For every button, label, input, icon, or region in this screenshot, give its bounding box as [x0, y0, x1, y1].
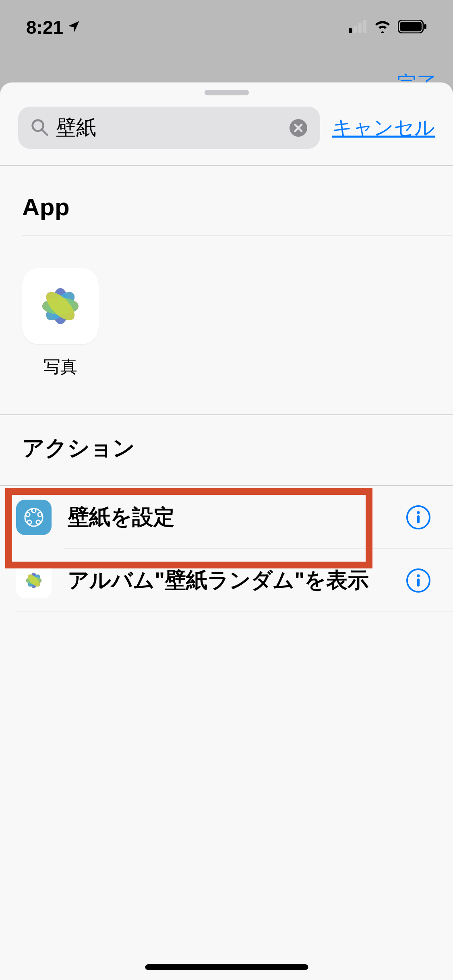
- photos-app-icon: [22, 268, 99, 344]
- svg-point-19: [32, 509, 36, 513]
- search-field[interactable]: 壁紙: [18, 107, 320, 149]
- location-icon: [66, 16, 81, 38]
- svg-point-22: [27, 520, 31, 524]
- svg-point-36: [417, 574, 420, 577]
- sheet-grabber[interactable]: [205, 90, 249, 95]
- action-label: アルバム"壁紙ランダム"を表示: [68, 566, 390, 595]
- svg-rect-1: [354, 26, 357, 33]
- search-sheet: 壁紙 キャンセル App: [0, 82, 453, 980]
- photos-icon: [16, 563, 52, 598]
- svg-point-21: [36, 520, 40, 524]
- info-button[interactable]: [406, 505, 431, 530]
- actions-section-title: アクション: [0, 415, 453, 485]
- status-right: [349, 20, 427, 35]
- cancel-button[interactable]: キャンセル: [332, 114, 435, 141]
- divider: [16, 611, 453, 612]
- clear-search-button[interactable]: [289, 118, 308, 138]
- action-label: 壁紙を設定: [68, 503, 390, 532]
- svg-rect-3: [363, 20, 366, 33]
- svg-point-23: [26, 513, 30, 517]
- svg-rect-2: [358, 23, 362, 33]
- svg-rect-5: [400, 22, 422, 31]
- status-time-area: 8:21: [26, 16, 81, 38]
- info-button[interactable]: [406, 568, 431, 593]
- battery-icon: [398, 20, 427, 35]
- svg-line-8: [42, 129, 47, 134]
- cellular-signal-icon: [349, 20, 367, 35]
- search-row: 壁紙 キャンセル: [0, 95, 453, 165]
- app-label: 写真: [43, 356, 77, 378]
- search-input[interactable]: 壁紙: [56, 114, 281, 141]
- svg-point-20: [38, 513, 42, 517]
- wallpaper-icon: [16, 500, 52, 535]
- status-bar: 8:21: [0, 0, 453, 54]
- apps-row: 写真: [0, 236, 453, 414]
- home-indicator[interactable]: [145, 964, 308, 970]
- svg-rect-26: [417, 515, 420, 523]
- status-time: 8:21: [26, 16, 63, 38]
- search-icon: [30, 118, 49, 138]
- svg-rect-6: [424, 24, 426, 29]
- svg-point-25: [417, 511, 420, 514]
- svg-rect-0: [349, 28, 352, 33]
- app-item-photos[interactable]: 写真: [22, 268, 99, 378]
- action-show-album[interactable]: アルバム"壁紙ランダム"を表示: [0, 549, 453, 611]
- wifi-icon: [373, 20, 392, 35]
- svg-rect-37: [417, 579, 420, 587]
- app-section-title: App: [0, 166, 453, 235]
- action-set-wallpaper[interactable]: 壁紙を設定: [0, 486, 453, 548]
